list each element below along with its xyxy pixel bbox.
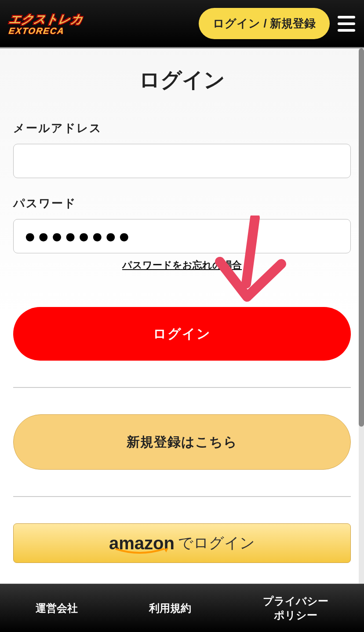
email-input[interactable] [13, 144, 351, 178]
login-button[interactable]: ログイン [13, 307, 351, 361]
email-label: メールアドレス [13, 121, 351, 136]
scrollbar-track [359, 48, 364, 584]
footer-company-link[interactable]: 運営会社 [36, 601, 78, 615]
hamburger-menu-icon[interactable] [338, 16, 355, 32]
footer-terms-link[interactable]: 利用規約 [149, 601, 191, 615]
login-register-button[interactable]: ログイン / 新規登録 [199, 8, 330, 39]
amazon-login-text: でログイン [178, 533, 255, 553]
password-input[interactable]: ●●●●●●●● [13, 219, 351, 253]
footer-bar: 運営会社 利用規約 プライバシー ポリシー [0, 584, 364, 632]
page-title: ログイン [13, 66, 351, 94]
password-label: パスワード [13, 196, 351, 211]
logo[interactable]: エクストレカ EXTORECA [9, 6, 132, 41]
logo-text-bottom: EXTORECA [8, 26, 132, 36]
amazon-login-button[interactable]: amazon でログイン [13, 523, 351, 563]
divider [13, 496, 351, 497]
scrollbar-thumb[interactable] [359, 48, 364, 427]
header-bar: エクストレカ EXTORECA ログイン / 新規登録 [0, 0, 364, 48]
amazon-logo-icon: amazon [109, 533, 175, 553]
logo-text-top: エクストレカ [7, 11, 133, 28]
footer-privacy-link[interactable]: プライバシー ポリシー [263, 594, 328, 621]
forgot-password-link[interactable]: パスワードをお忘れの場合 [13, 259, 351, 272]
register-button[interactable]: 新規登録はこちら [13, 414, 351, 470]
divider [13, 387, 351, 388]
main-content: ログイン メールアドレス パスワード ●●●●●●●● パスワードをお忘れの場合… [0, 48, 364, 563]
header-right-group: ログイン / 新規登録 [199, 8, 355, 39]
